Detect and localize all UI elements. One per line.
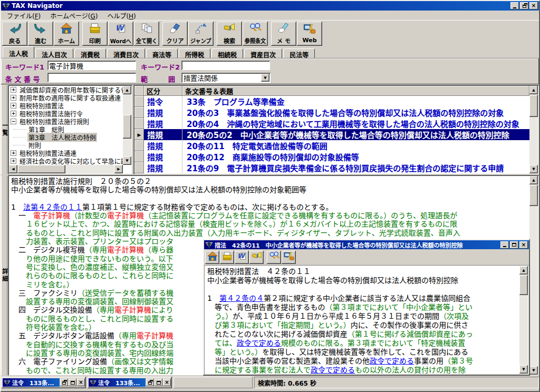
tree-item-4[interactable]: −租税特別措置法施行規則 xyxy=(9,117,123,125)
tree-item-8[interactable]: +租税特別措置法通達 xyxy=(9,149,123,157)
expand-icon[interactable]: + xyxy=(11,103,16,109)
row-selector[interactable] xyxy=(134,107,144,118)
child-toolbar-button-web[interactable] xyxy=(282,251,296,264)
tab-4[interactable]: 商法等 xyxy=(146,48,178,58)
toolbar-button-forward[interactable]: 進む xyxy=(28,22,53,46)
row-selector[interactable] xyxy=(134,118,144,129)
result-row-5[interactable]: 措規20条の12 商業施設等の特別償却の対象設備等 xyxy=(134,151,529,162)
scroll-up-button[interactable]: ▲ xyxy=(529,86,538,94)
scroll-left-button[interactable]: ◀ xyxy=(9,165,17,173)
tree-item-2[interactable]: +租税特別措置法 xyxy=(9,102,123,110)
row-selector[interactable] xyxy=(134,96,144,107)
row-selector[interactable] xyxy=(134,140,144,151)
scroll-down-button[interactable]: ▼ xyxy=(529,165,538,173)
tab-0[interactable]: 法人税 xyxy=(3,46,34,58)
result-row-3[interactable]: ▶措規20条の5の2 中小企業者等が機械等を取得した場合等の特別償却又は法人税額… xyxy=(134,129,529,140)
range-dropdown[interactable]: 措置法関係 ▼ xyxy=(181,73,271,83)
minimize-button[interactable] xyxy=(510,2,519,9)
tree-item-0[interactable]: +減価償却資産の耐用年数等に関する省令 xyxy=(9,86,123,94)
expand-icon[interactable]: + xyxy=(11,87,16,93)
tree-horizontal-scrollbar[interactable]: ◀ ▶ xyxy=(9,165,123,173)
keyword2-input[interactable] xyxy=(181,61,270,70)
close-button[interactable]: × xyxy=(77,379,85,386)
close-button[interactable]: × xyxy=(529,2,538,9)
detail-vertical-scrollbar[interactable]: ▲ ▼ xyxy=(529,176,538,375)
tab-1[interactable]: 法人目次 xyxy=(35,48,73,58)
toolbar-button-home[interactable]: ホーム xyxy=(54,22,79,46)
toolbar-button-back[interactable]: 戻る xyxy=(2,22,27,46)
menu-file[interactable]: ファイル(F) xyxy=(2,11,45,21)
article-link[interactable]: 法第４２条の１１ xyxy=(23,203,82,211)
tab-6[interactable]: 相続税 xyxy=(211,48,243,58)
scrollbar-thumb[interactable] xyxy=(123,115,131,139)
result-row-4[interactable]: 措規20条の11 特定電気通信設備等の範囲 xyxy=(134,140,529,151)
scroll-down-button[interactable]: ▼ xyxy=(529,366,538,375)
menu-homepage[interactable]: ホームページ(G) xyxy=(45,11,102,21)
tab-3[interactable]: 消費目次 xyxy=(107,48,145,58)
restore-button[interactable] xyxy=(60,379,68,386)
scroll-down-button[interactable]: ▼ xyxy=(519,365,528,374)
toolbar-button-search[interactable]: 検索 xyxy=(217,22,242,46)
scroll-down-button[interactable]: ▼ xyxy=(123,156,131,165)
toolbar-button-jump[interactable]: ジャンプ xyxy=(188,22,214,46)
toolbar-button-print[interactable]: 印刷 xyxy=(82,22,108,46)
tab-2[interactable]: 消費税 xyxy=(74,48,106,58)
child-toolbar-button-print[interactable] xyxy=(220,251,234,264)
article-link[interactable]: 第４２条の４ xyxy=(219,294,264,302)
scrollbar-thumb[interactable] xyxy=(529,185,538,206)
toolbar-button-memo[interactable]: メ モ xyxy=(271,22,296,46)
toolbar-button-open-all[interactable]: 全て開く xyxy=(134,22,159,46)
tree-item-1[interactable]: +耐用年数の適用等に関する取扱通達 xyxy=(9,94,123,102)
maximize-button[interactable] xyxy=(510,241,518,249)
tab-8[interactable]: 民法等 xyxy=(283,48,315,58)
expand-icon[interactable]: + xyxy=(11,150,16,156)
tree-item-7[interactable]: 附則 xyxy=(9,141,123,149)
restore-button[interactable] xyxy=(146,379,154,386)
scrollbar-thumb[interactable] xyxy=(529,95,538,117)
child-toolbar-button-search[interactable] xyxy=(249,251,264,264)
tab-5[interactable]: 所得税 xyxy=(179,48,210,58)
tree-item-9[interactable]: +経済社会の変化等に対応して早急に講ず xyxy=(9,157,123,165)
scroll-up-button[interactable]: ▲ xyxy=(519,266,528,275)
expand-icon[interactable]: + xyxy=(11,158,16,164)
keyword1-input[interactable] xyxy=(47,61,136,70)
menu-help[interactable]: ヘルプ(H) xyxy=(102,11,140,21)
close-button[interactable]: × xyxy=(519,241,528,249)
toolbar-button-web[interactable]: Web xyxy=(297,22,322,46)
maximize-button[interactable] xyxy=(155,379,162,386)
child-toolbar-button-word[interactable]: W xyxy=(235,251,249,264)
toolbar-button-clear[interactable]: クリア xyxy=(162,22,188,46)
minimized-window-0[interactable]: 法令 133条...× xyxy=(2,377,86,388)
result-row-1[interactable]: 措規20条の3 事業基盤強化設備を取得した場合等の特別償却又は法人税額の特別控除… xyxy=(134,107,529,118)
close-button[interactable]: × xyxy=(163,379,171,386)
article-link[interactable]: 政令で定める xyxy=(311,366,355,374)
article-link[interactable]: 政令で定める xyxy=(370,357,414,365)
current-row-marker[interactable]: ▶ xyxy=(134,129,144,140)
row-selector[interactable] xyxy=(134,151,144,162)
results-vertical-scrollbar[interactable]: ▲ ▼ xyxy=(529,86,538,173)
restore-button[interactable] xyxy=(520,2,528,9)
article-number-input[interactable] xyxy=(47,73,136,82)
collapse-icon[interactable]: − xyxy=(11,119,16,124)
scrollbar-thumb[interactable] xyxy=(18,165,65,173)
chevron-down-icon[interactable]: ▼ xyxy=(261,74,269,82)
maximize-button[interactable] xyxy=(69,379,76,386)
expand-icon[interactable]: + xyxy=(11,111,16,116)
minimized-window-1[interactable]: 法令 133条...× xyxy=(88,377,172,388)
result-row-6[interactable]: 措規21条の9 電子計算機買戻損失準備金に係る特別買戻損失の発生割合の認定に関す… xyxy=(134,162,529,173)
tree-item-3[interactable]: +租税特別措置法施行令 xyxy=(9,110,123,117)
toolbar-button-ref-articles[interactable]: 参照条文 xyxy=(243,22,268,46)
tree-item-5[interactable]: 第1章 総則 xyxy=(9,125,123,133)
child-vertical-scrollbar[interactable]: ▲ ▼ xyxy=(519,266,528,374)
tab-7[interactable]: 資産目次 xyxy=(244,48,282,58)
scroll-right-button[interactable]: ▶ xyxy=(114,165,123,173)
scrollbar-thumb[interactable] xyxy=(519,275,528,295)
tree-item-6[interactable]: 第3章 法人税法の特例 xyxy=(9,133,123,141)
minimize-button[interactable] xyxy=(500,241,509,249)
child-toolbar-button-ref-articles[interactable] xyxy=(267,251,281,264)
expand-icon[interactable]: + xyxy=(11,95,16,101)
scroll-up-button[interactable]: ▲ xyxy=(529,176,538,184)
result-row-0[interactable]: 措令33条 プログラム等準備金 xyxy=(134,96,529,107)
tree-vertical-scrollbar[interactable]: ▲ ▼ xyxy=(123,86,131,165)
toolbar-button-word[interactable]: WWordへ xyxy=(108,22,133,46)
